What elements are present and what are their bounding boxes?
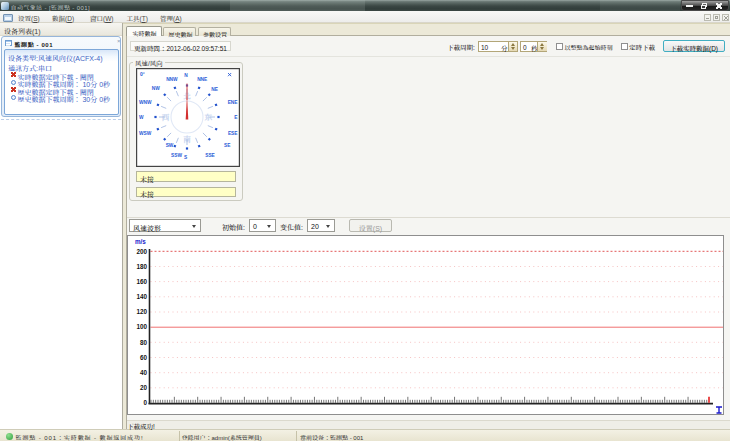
svg-text:0°: 0° xyxy=(140,71,145,77)
svg-text:40: 40 xyxy=(140,369,148,376)
svg-text:ESE: ESE xyxy=(228,131,238,136)
svg-text:200: 200 xyxy=(136,248,147,255)
svg-text:W: W xyxy=(139,115,144,120)
svg-text:100: 100 xyxy=(136,323,147,330)
svg-text:m/s: m/s xyxy=(135,238,146,245)
svg-text:120: 120 xyxy=(136,308,147,315)
svg-text:NE: NE xyxy=(211,87,218,92)
svg-text:80: 80 xyxy=(140,339,148,346)
svg-text:SE: SE xyxy=(224,143,231,148)
svg-text:SSW: SSW xyxy=(171,153,182,158)
svg-text:0: 0 xyxy=(143,399,147,406)
svg-text:WSW: WSW xyxy=(139,131,152,136)
svg-text:180: 180 xyxy=(136,263,147,270)
svg-text:NW: NW xyxy=(152,86,160,91)
svg-text:WNW: WNW xyxy=(139,100,152,105)
svg-text:SSE: SSE xyxy=(205,153,215,158)
svg-text:20: 20 xyxy=(140,384,148,391)
svg-text:NNW: NNW xyxy=(166,77,178,82)
svg-text:60: 60 xyxy=(140,354,148,361)
svg-text:SW: SW xyxy=(166,143,174,148)
svg-text:140: 140 xyxy=(136,293,147,300)
svg-text:160: 160 xyxy=(136,278,147,285)
svg-text:N: N xyxy=(184,73,188,78)
svg-text:NNE: NNE xyxy=(197,77,208,82)
svg-text:ENE: ENE xyxy=(228,100,239,105)
